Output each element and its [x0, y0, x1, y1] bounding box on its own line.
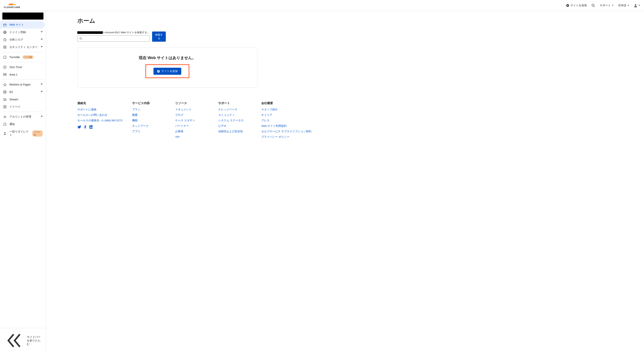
sidebar-item[interactable]: 通知 — [0, 120, 46, 128]
sidebar-item[interactable]: アカウントの管理 — [0, 113, 46, 120]
nav-icon — [3, 56, 7, 59]
sidebar-item[interactable]: 分析とログ — [0, 36, 46, 44]
footer-link[interactable]: システム ステータス — [218, 119, 244, 122]
caret-down-icon — [638, 5, 640, 6]
add-site-button-label: サイトを追加 — [161, 70, 178, 73]
svg-point-1 — [592, 4, 594, 6]
caret-down-icon — [41, 31, 43, 33]
footer-link[interactable]: コミュニティ — [218, 114, 235, 116]
nav-icon — [3, 115, 7, 118]
footer-link[interactable]: プライバシー ポリシー — [261, 136, 290, 138]
footer-link[interactable]: ブログ — [175, 114, 184, 116]
plus-circle-icon — [566, 4, 569, 7]
search-input[interactable] — [84, 37, 148, 40]
sidebar-item[interactable]: Web サイト — [0, 21, 45, 28]
empty-state-card: 現在 Web サイトはありません。 サイトを追加 — [77, 48, 258, 88]
nav-icon — [3, 90, 7, 94]
sidebar-item-label: Turnstile — [10, 56, 20, 59]
language-dropdown[interactable]: 日本語 — [618, 4, 629, 7]
svg-line-2 — [594, 6, 595, 7]
add-site-button[interactable]: サイトを追加 — [154, 68, 181, 75]
footer-link[interactable]: API — [175, 136, 180, 138]
footer-column: リソースドキュメントブログケース スタディパートナーお客様API — [175, 101, 208, 141]
logo[interactable]: CLOUDFLARE — [4, 2, 20, 8]
sidebar-item[interactable]: 一括リダイレクトベータ版 — [0, 128, 46, 139]
support-dropdown[interactable]: サポート — [600, 4, 614, 7]
sidebar-item-label: 一括リダイレクト — [10, 130, 30, 137]
support-label: サポート — [600, 4, 611, 7]
linkedin-icon[interactable] — [89, 125, 93, 129]
sidebar-item-label: 分析とログ — [10, 38, 23, 42]
footer-link[interactable]: Web サイト利用規約 — [261, 124, 286, 128]
sidebar-item-label: Area 1 — [10, 73, 18, 76]
sidebar-item[interactable]: Workers & Pages — [0, 81, 46, 88]
sidebar-item-label: ドメイン登録 — [10, 30, 26, 34]
plus-circle-icon — [157, 70, 160, 73]
footer-column: サポートナレッジベースコミュニティシステム ステータスビデオ信頼性および安全性 — [218, 101, 252, 141]
svg-point-17 — [80, 37, 81, 39]
header-right: サイトを追加 サポート 日本語 — [566, 4, 640, 7]
nav-icon — [3, 122, 7, 126]
svg-point-3 — [635, 4, 636, 6]
nav-icon — [3, 98, 7, 101]
sidebar-item[interactable]: Area 1 — [0, 71, 46, 78]
nav-icon — [3, 46, 7, 49]
search-icon[interactable] — [592, 4, 595, 7]
search-button[interactable]: 検索する — [152, 32, 166, 42]
footer-link[interactable]: キャリア — [261, 114, 272, 116]
sidebar-item-label: イメージ — [10, 105, 20, 108]
footer-link[interactable]: お客様 — [175, 130, 184, 133]
search-icon — [80, 37, 82, 40]
user-icon — [634, 4, 637, 7]
main-content: ホーム 's Account 内の Web サイトを検索する... 検索する 現… — [46, 11, 644, 96]
footer-link[interactable]: ケース スタディ — [175, 119, 195, 122]
svg-rect-16 — [4, 134, 6, 135]
footer-link[interactable]: セールスの連絡先: +1 (888) 993 5273 — [77, 119, 122, 122]
search-input-wrapper[interactable] — [77, 36, 150, 42]
footer-link[interactable]: 概要 — [132, 114, 138, 116]
sidebar-item[interactable]: イメージ — [0, 103, 46, 110]
header: CLOUDFLARE サイトを追加 サポート 日本語 — [0, 0, 644, 11]
sidebar-item-label: Stream — [10, 98, 18, 101]
footer-link[interactable]: 信頼性および安全性 — [218, 130, 243, 133]
footer-link[interactable]: ネットワーク — [132, 124, 148, 128]
svg-rect-10 — [4, 46, 6, 48]
footer-link[interactable]: プレス — [261, 119, 270, 122]
svg-point-13 — [4, 90, 6, 92]
sidebar-item[interactable]: Turnstileベータ版 — [0, 54, 46, 61]
sidebar-item[interactable]: セキュリティ センター — [0, 44, 46, 51]
nav-icon — [3, 105, 7, 108]
sidebar-item[interactable]: ドメイン登録 — [0, 28, 46, 36]
account-dropdown[interactable] — [634, 4, 640, 7]
sidebar-collapse-button[interactable]: サイドバーを折りたたむ — [0, 328, 46, 353]
beta-badge: ベータ版 — [22, 56, 34, 59]
sidebar-item-label: Workers & Pages — [10, 83, 31, 86]
facebook-icon[interactable] — [83, 125, 87, 129]
footer-link[interactable]: 機能 — [132, 119, 138, 122]
caret-down-icon — [41, 91, 43, 93]
footer-link[interactable]: サポートに連絡 — [77, 108, 96, 111]
footer-link[interactable]: セールスへの問い合わせ — [77, 114, 108, 116]
svg-point-15 — [4, 116, 5, 117]
sidebar-item-label: Zero Trust — [10, 66, 22, 69]
footer-link[interactable]: スタッフ紹介 — [261, 108, 278, 111]
footer-link[interactable]: プラン — [132, 108, 140, 111]
page-title: ホーム — [77, 17, 634, 25]
footer-link[interactable]: パートナー — [175, 124, 189, 128]
redacted-account-name — [77, 31, 103, 34]
twitter-icon[interactable] — [77, 125, 81, 129]
add-site-header-button[interactable]: サイトを追加 — [566, 4, 587, 7]
highlight-annotation: サイトを追加 — [146, 64, 189, 78]
footer-link[interactable]: セルフサービス サブスクリプション契約 — [261, 130, 312, 133]
footer-link[interactable]: ナレッジベース — [218, 108, 238, 111]
footer-heading: 連絡先 — [77, 101, 122, 105]
account-selector[interactable] — [2, 12, 44, 20]
sidebar-item-label: Web サイト — [10, 23, 24, 26]
footer-link[interactable]: アプリ — [132, 130, 140, 133]
footer-link[interactable]: ビデオ — [218, 124, 226, 128]
sidebar-item[interactable]: Stream — [0, 96, 46, 103]
footer-link[interactable]: ドキュメント — [175, 108, 192, 111]
sidebar-item[interactable]: Zero Trust — [0, 64, 46, 71]
sidebar-item[interactable]: R2 — [0, 88, 46, 96]
nav-icon — [3, 73, 7, 76]
